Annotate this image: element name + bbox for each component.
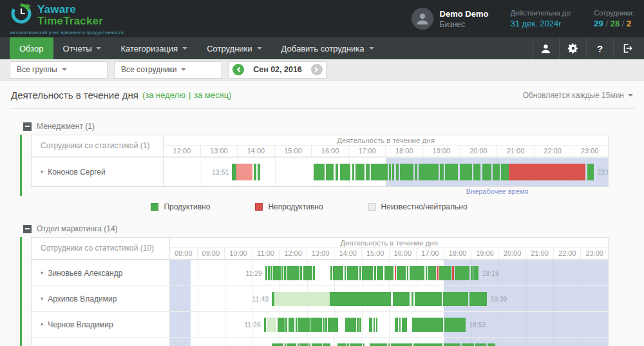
- activity-bar: [285, 318, 287, 332]
- hour-gridline: [225, 338, 225, 346]
- bullet-icon: •: [41, 269, 43, 278]
- employee-name: Зиновьев Александр: [48, 269, 122, 278]
- brand-name-bottom: TimeTracker: [37, 15, 103, 26]
- gear-icon[interactable]: [559, 37, 586, 59]
- activity-bar: [265, 266, 267, 280]
- hour-label: 23:00: [571, 146, 608, 157]
- hour-label: 21:00: [497, 146, 534, 157]
- nav-item-Категоризация[interactable]: Категоризация: [111, 37, 197, 59]
- activity-bar: [440, 164, 444, 180]
- nav-item-Отчеты[interactable]: Отчеты: [53, 37, 111, 59]
- user-icon[interactable]: [532, 37, 559, 59]
- timeline-title: Деятельность в течение дня: [164, 135, 608, 146]
- activity-bar: [270, 266, 272, 280]
- activity-bar: [412, 318, 443, 332]
- user-plan: Бизнес: [440, 20, 489, 29]
- activity-bar: [428, 266, 436, 280]
- content: Деятельность в течение дня (за неделю|за…: [0, 81, 644, 346]
- employee-name-cell: •Кононов Сергей: [32, 158, 164, 186]
- employees-block: Сотрудники: 29 / 28 / 2: [594, 9, 634, 28]
- end-time-label: 19:39: [490, 295, 507, 303]
- hour-label: 17:00: [416, 248, 444, 259]
- nav-item-Добавить сотрудника[interactable]: Добавить сотрудника: [272, 37, 384, 59]
- refresh-label: Обновляется каждые 15мин: [523, 91, 624, 100]
- collapse-icon[interactable]: [23, 225, 32, 233]
- hour-label: 10:00: [224, 248, 252, 259]
- activity-bar: [363, 343, 365, 346]
- start-time-label: 11:29: [245, 269, 262, 277]
- nav-item-label: Отчеты: [63, 44, 92, 53]
- prev-day-button[interactable]: [232, 64, 244, 75]
- activity-bar: [475, 343, 486, 346]
- hour-label: 18:00: [385, 146, 422, 157]
- activity-bar: [328, 318, 338, 332]
- help-icon[interactable]: ?: [586, 37, 613, 59]
- nav-item-Сотрудники[interactable]: Сотрудники: [197, 37, 271, 59]
- refresh-setting[interactable]: Обновляется каждые 15мин: [523, 91, 633, 100]
- group-filter-dropdown[interactable]: Все группы: [10, 61, 108, 79]
- chevron-down-icon: [62, 68, 67, 71]
- activity-bar: [395, 318, 399, 332]
- employees-counts: 29 / 28 / 2: [594, 19, 634, 28]
- month-link[interactable]: за месяц: [194, 90, 229, 100]
- logo[interactable]: Yaware TimeTracker автоматический учет в…: [10, 2, 124, 35]
- timeline: 11:2618:53: [170, 312, 608, 337]
- logout-icon[interactable]: [613, 37, 640, 59]
- hour-label: 20:00: [498, 248, 526, 259]
- page: { "brand": { "name_top": "Yaware", "name…: [0, 0, 644, 346]
- employee-row: •Кононов Сергей13:5123:59: [32, 157, 608, 186]
- start-time-label: 11:43: [252, 295, 269, 303]
- timeline-header: Деятельность в течение дня08:0009:0010:0…: [170, 238, 608, 259]
- collapse-icon[interactable]: [23, 122, 32, 131]
- activity-bar: [340, 164, 351, 180]
- activity-bar: [313, 266, 315, 280]
- activity-bar: [310, 318, 322, 332]
- hour-row: 12:0013:0014:0015:0016:0017:0018:0019:00…: [164, 146, 608, 157]
- employees-label: Сотрудники:: [594, 9, 634, 17]
- next-day-button[interactable]: [311, 64, 323, 75]
- activity-bar: [359, 318, 361, 332]
- hour-label: 23:00: [580, 248, 608, 259]
- brand-name-top: Yaware: [37, 4, 103, 15]
- activity-bar: [359, 266, 361, 280]
- end-time-label: 19:19: [482, 269, 498, 277]
- activity-bar: [437, 266, 439, 280]
- timeline-title: Деятельность в течение дня: [170, 238, 608, 248]
- groups-host: Менеджмент (1)Сотрудники со статистикой …: [10, 122, 634, 346]
- group-title: Менеджмент (1): [37, 122, 95, 131]
- activity-bar: [488, 343, 495, 346]
- employee-name-cell: •Чернов Владимир: [32, 312, 170, 337]
- activity-bar: [444, 343, 460, 346]
- timeline: 11:4320:02: [170, 338, 608, 346]
- activity-bar: [362, 266, 373, 280]
- nonworking-overlay: [444, 286, 608, 311]
- hour-label: 15:00: [361, 248, 389, 259]
- activity-bar: [445, 164, 458, 180]
- nav-item-Обзор[interactable]: Обзор: [10, 37, 53, 59]
- employee-filter-dropdown[interactable]: Все сотрудники: [114, 61, 222, 79]
- nonworking-overlay: [170, 338, 191, 346]
- activity-bar: [482, 164, 491, 180]
- employee-row: •Зиновьев Александр11:2919:19: [32, 260, 608, 285]
- avatar[interactable]: [412, 8, 433, 30]
- activity-bar: [312, 343, 322, 346]
- chevron-down-icon: [182, 47, 187, 50]
- employee-name: Чернов Владимир: [48, 320, 113, 329]
- activity-bar: [325, 318, 327, 332]
- activity-bar: [384, 266, 393, 280]
- group-table: Сотрудники со статистикой (10)Деятельнос…: [31, 237, 609, 346]
- activity-bar: [366, 164, 370, 180]
- hour-label: 14:00: [334, 248, 361, 259]
- group-header: Отдел маркетинга (14): [23, 224, 634, 233]
- main-nav: ОбзорОтчетыКатегоризацияСотрудникиДобави…: [0, 37, 644, 59]
- activity-bar: [413, 343, 442, 346]
- week-link[interactable]: за неделю: [145, 90, 185, 100]
- hour-label: 11:00: [252, 248, 279, 259]
- activity-bar: [473, 164, 480, 180]
- employee-row: •Рыбаков Игорь11:4320:02: [32, 337, 608, 346]
- user-block[interactable]: Demo Demo Бизнес: [412, 8, 489, 30]
- activity-bar: [377, 266, 383, 280]
- activity-bar: [415, 292, 442, 306]
- hour-label: 20:00: [460, 146, 497, 157]
- activity-bar: [462, 343, 474, 346]
